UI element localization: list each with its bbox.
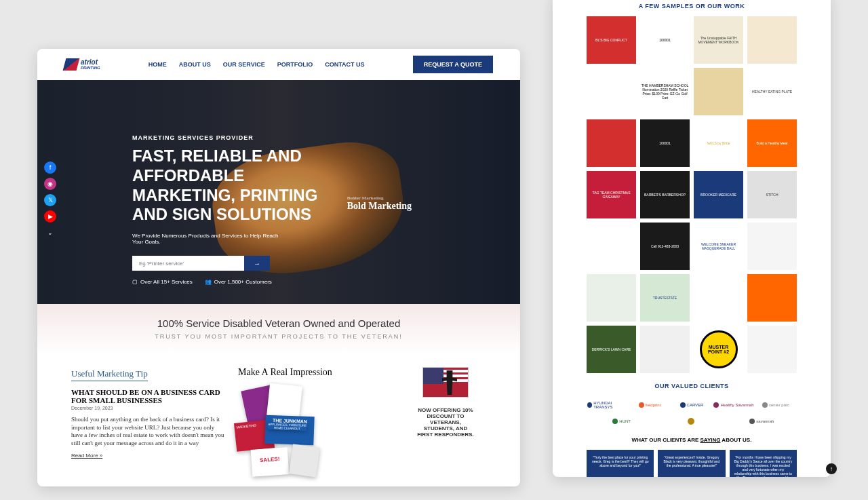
client-logo: HUNT (601, 417, 642, 426)
hero-title: FAST, RELIABLE AND AFFORDABLE MARKETING,… (132, 147, 336, 225)
sample-thumb[interactable]: 100001 (640, 119, 690, 167)
nav-about[interactable]: ABOUT US (179, 61, 211, 68)
impression-col: Make A Real Impression MARKETING THE JUN… (238, 367, 391, 485)
sample-thumb[interactable] (694, 68, 743, 115)
promo-line: DISCOUNT TO (405, 413, 486, 419)
promo-col: NOW OFFERING 10% DISCOUNT TO VETERANS, S… (405, 367, 486, 485)
marketing-tip-col: Useful Marketing Tip WHAT SHOULD BE ON A… (71, 367, 224, 485)
sample-thumb[interactable] (587, 274, 636, 322)
sample-thumb[interactable] (587, 119, 636, 167)
client-logo: Healthy Savannah (713, 400, 754, 410)
testimonials-row: "Truly the best place for your printing … (553, 450, 831, 477)
sample-thumb[interactable] (747, 326, 797, 373)
sample-thumb[interactable]: HEALTHY EATING PLATE (747, 68, 797, 115)
samples-title: A FEW SAMPLES OR OUR WORK (553, 3, 831, 9)
sample-thumb[interactable] (640, 326, 690, 373)
search-button[interactable]: → (244, 256, 270, 271)
logo[interactable]: atriot PRINTING (64, 58, 100, 71)
nav-links: HOME ABOUT US OUR SERVICE PORTFOLIO CONT… (149, 61, 365, 68)
sample-thumb[interactable]: TAG TEAM CHRISTMAS GIVEAWAY (587, 171, 636, 218)
sample-thumb[interactable] (587, 223, 636, 270)
arrow-down-icon[interactable]: ⌄ (44, 227, 56, 239)
hero-section: f ◉ 𝕏 ▶ ⌄ MARKETING SERVICES PROVIDER FA… (37, 80, 520, 304)
sample-thumb[interactable]: BL'S BIG CONFLICT (587, 16, 636, 64)
sample-thumb[interactable]: TRUSTESTATE (640, 274, 690, 322)
tip-date: December 19, 2023 (71, 406, 224, 410)
flag-salute-image (422, 367, 469, 398)
youtube-icon[interactable]: ▶ (44, 210, 56, 223)
hero-overline: MARKETING SERVICES PROVIDER (132, 134, 336, 141)
samples-gallery: BL'S BIG CONFLICT100001The Unstoppable F… (553, 16, 831, 373)
sample-thumb[interactable]: 100001 (640, 16, 690, 64)
client-logo: CARVER (671, 400, 712, 410)
search-form: → (132, 256, 336, 271)
sample-thumb[interactable]: MUSTER POINT #2 (700, 330, 738, 368)
sample-thumb[interactable]: NAILS by Britte (694, 119, 743, 167)
hero-subtitle: We Provide Numerous Products and Service… (132, 233, 281, 245)
sample-thumb[interactable]: DERRICK'S LAWN CARE (587, 326, 636, 373)
promo-line: STUDENTS, AND (405, 425, 486, 431)
request-quote-button[interactable]: REQUEST A QUOTE (413, 56, 493, 73)
logo-text: atriot PRINTING (81, 59, 100, 70)
client-logo: HYUNDAI TRANSYS (587, 400, 628, 410)
banner-title: 100% Service Disabled Veteran Owned and … (51, 318, 507, 329)
sample-thumb[interactable] (747, 223, 797, 270)
search-input[interactable] (132, 256, 244, 271)
sample-thumb[interactable]: Build a Healthy Meal (747, 119, 797, 167)
hero-content: MARKETING SERVICES PROVIDER FAST, RELIAB… (132, 134, 336, 285)
client-logo: savannah (741, 417, 782, 426)
tip-title: WHAT SHOULD BE ON A BUSINESS CARD FOR SM… (71, 388, 224, 404)
sample-thumb[interactable] (587, 68, 636, 115)
client-logo: center parc (755, 400, 796, 410)
stat-customers: 👥 Over 1,500+ Customers (205, 279, 272, 285)
sample-thumb[interactable] (747, 16, 797, 64)
top-nav: atriot PRINTING HOME ABOUT US OUR SERVIC… (37, 49, 520, 80)
client-logo (671, 417, 712, 426)
sample-thumb[interactable]: STITCH (747, 171, 797, 218)
read-more-link[interactable]: Read More » (71, 453, 102, 459)
bold-marketing-overlay: Bolder Marketing Bold Marketing (347, 195, 412, 212)
logo-mark-icon (63, 58, 80, 71)
sample-thumb[interactable]: THE HAMBERSHAM SCHOOL Illumination 2020 … (640, 68, 690, 115)
nav-contact[interactable]: CONTACT US (325, 61, 364, 68)
content-row: Useful Marketing Tip WHAT SHOULD BE ON A… (37, 353, 520, 486)
sample-thumb[interactable]: Call 912-483-2003 (640, 223, 690, 270)
testimonials-title: WHAT OUR CLIENTS ARE SAYING ABOUT US. (553, 437, 831, 443)
banner-subtitle: TRUST YOU MOST IMPORTANT PROJECTS TO THE… (51, 333, 507, 340)
testimonial-card: "For months I have been shipping my Big … (730, 450, 797, 477)
testimonial-card: "Great experiences!! Inside. Gregory Bla… (658, 450, 725, 477)
promo-line: FIRST RESPONDERS. (405, 431, 486, 438)
promo-line: VETERANS, (405, 419, 486, 425)
website-hero-card: atriot PRINTING HOME ABOUT US OUR SERVIC… (37, 49, 520, 486)
veteran-banner: 100% Service Disabled Veteran Owned and … (37, 304, 520, 353)
hero-stats: ▢ Over All 15+ Services 👥 Over 1,500+ Cu… (132, 279, 336, 285)
sample-thumb[interactable]: BROOKER MEDICARE (694, 171, 743, 218)
facebook-icon[interactable]: f (44, 161, 56, 174)
clients-logos: HYUNDAI TRANSYSfieldprintCARVERHealthy S… (553, 396, 831, 430)
sample-thumb[interactable]: WELCOME SNEAKER MASQUERADE BALL (694, 223, 743, 270)
testimonial-card: "Truly the best place for your printing … (587, 450, 654, 477)
sample-thumb[interactable] (747, 274, 797, 322)
nav-portfolio[interactable]: PORTFOLIO (277, 61, 313, 68)
sample-thumb[interactable]: BARBER'S BARBERSHOP (640, 171, 690, 218)
tip-heading: Useful Marketing Tip (71, 368, 148, 381)
social-rail: f ◉ 𝕏 ▶ ⌄ (44, 161, 56, 239)
clients-title: OUR VALUED CLIENTS (553, 383, 831, 389)
scroll-top-button[interactable]: ↑ (826, 463, 837, 474)
sample-thumb[interactable] (694, 274, 743, 322)
twitter-icon[interactable]: 𝕏 (44, 194, 56, 206)
nav-service[interactable]: OUR SERVICE (223, 61, 265, 68)
stat-services: ▢ Over All 15+ Services (132, 279, 193, 285)
sample-thumb[interactable]: The Unstoppable FAITH MOVEMENT WORKBOOK (694, 16, 743, 64)
nav-home[interactable]: HOME (149, 61, 167, 68)
client-logo: fieldprint (629, 400, 670, 410)
tip-body: Should you put anything on the back of a… (71, 416, 224, 448)
impress-heading: Make A Real Impression (238, 367, 391, 378)
instagram-icon[interactable]: ◉ (44, 178, 56, 190)
print-collage: MARKETING THE JUNKMANAPPLIANCES, FURNITU… (238, 383, 333, 485)
website-lower-card: A FEW SAMPLES OR OUR WORK BL'S BIG CONFL… (553, 0, 831, 477)
promo-line: NOW OFFERING 10% (405, 407, 486, 413)
